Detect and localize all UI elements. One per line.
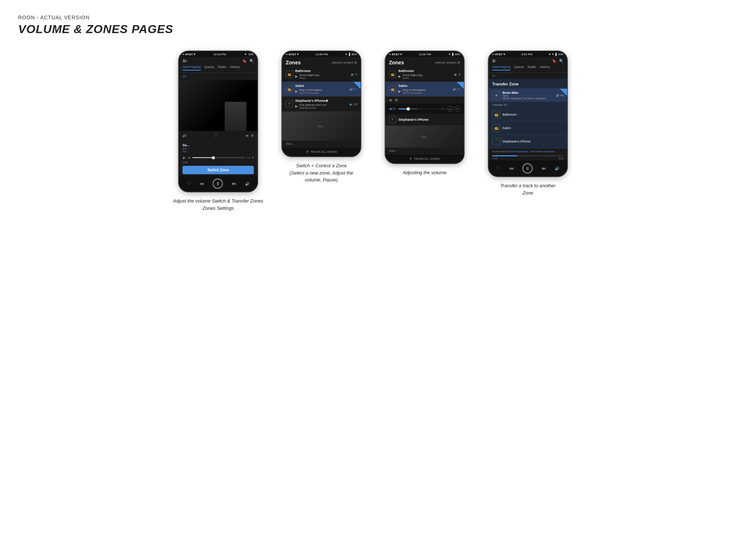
menu-icon-4[interactable]: ☰ <box>492 59 496 63</box>
phone4-carrier: ▪▪ AT&T ▾ <box>492 53 505 56</box>
bathroom-vol[interactable]: 🔈 9 <box>351 73 357 76</box>
tab-radio[interactable]: Radio <box>218 65 226 71</box>
heart-icon-4[interactable]: ♡ <box>497 166 501 171</box>
transfer-popup: Transfer Zone 🖥 Bose iMac Neva Desert Se… <box>489 79 567 148</box>
search-icon[interactable]: 🔍 <box>249 59 254 63</box>
vol-min-btn[interactable]: — <box>246 156 250 160</box>
volume-icon[interactable]: 🔊 <box>245 182 249 186</box>
zone-salon[interactable]: 📻 Salon ▶ King of Intimidation Alanis Mo… <box>282 82 361 97</box>
iphone-vol[interactable]: 🔈 18 <box>349 103 357 106</box>
iphone-play-btn[interactable]: ▶ <box>295 104 298 108</box>
zones-title: Zones <box>286 60 301 65</box>
back-icon-4[interactable]: ‹ <box>496 59 497 63</box>
zones-header-3: Zones GROUP ZONES ⛓ <box>385 57 464 67</box>
bose-name: Bose iMac <box>502 91 554 95</box>
repeat-icon[interactable]: ⟳↑ <box>183 75 187 79</box>
bathroom-info-3: Bathroom ▶ Some Might Say Oasis <box>398 69 452 79</box>
volume-icon-4[interactable]: 🔊 <box>555 167 559 171</box>
phone2-battery: ✦ ▐ 86% <box>345 53 357 56</box>
bathroom-info: Bathroom ▶ Some Might Say Oasis <box>295 69 349 79</box>
vol-increase-btn[interactable]: + <box>454 106 460 112</box>
tab-history[interactable]: History <box>230 65 240 71</box>
pause-button-4[interactable]: ⏸ <box>522 163 533 173</box>
tab-history-4[interactable]: History <box>540 65 550 71</box>
phone1-time: 10:18 PM <box>213 53 226 56</box>
album-art: CASH <box>179 80 257 131</box>
next-icon-4[interactable]: ⏭ <box>542 166 546 171</box>
tab-radio-4[interactable]: Radio <box>528 65 536 71</box>
tab-now-playing-4[interactable]: Now Playing <box>492 65 510 71</box>
album-face-image <box>225 102 246 131</box>
page-header: ROON - ACTUAL VERSION VOLUME & ZONES PAG… <box>18 15 728 36</box>
pause-all-label[interactable]: PAUSE ALL ZONES <box>311 150 337 153</box>
vol-exp-slider[interactable] <box>398 108 418 109</box>
performed-artists[interactable]: Desert Sessions, The Desert Sessions <box>508 150 555 153</box>
vol-plus-btn[interactable]: + <box>252 156 254 160</box>
prev-icon[interactable]: ⏮ <box>200 181 204 186</box>
repeat-icon-4[interactable]: ⟳↑ <box>492 74 497 78</box>
salon-device-icon: 📻 <box>286 85 293 93</box>
dest-iphone[interactable]: 📱 Stephanie's iPhone <box>489 135 567 148</box>
zone-bathroom-3[interactable]: 📻 Bathroom ▶ Some Might Say Oasis 🔈 9 <box>385 67 464 82</box>
bathroom-play-btn[interactable]: ▶ <box>295 75 298 78</box>
iphone-artist: Stephan Eicher <box>299 107 326 109</box>
zones-header: Zones GROUP ZONES ⛓ <box>282 57 361 67</box>
shuffle-icon[interactable]: ⇄ <box>183 133 186 138</box>
transfer-zone-header: Transfer Zone <box>489 79 567 89</box>
dest-bathroom[interactable]: 📻 Bathroom <box>489 108 567 121</box>
group-zones[interactable]: GROUP ZONES ⛓ <box>332 61 357 64</box>
main-label-3: Main... <box>385 148 464 154</box>
bathroom-vol-3[interactable]: 🔈 9 <box>454 73 460 76</box>
bathroom-play-btn-3[interactable]: ▶ <box>398 75 401 78</box>
bathroom-artist: Oasis <box>299 77 319 79</box>
zone-bathroom[interactable]: 📻 Bathroom ▶ Some Might Say Oasis 🔈 9 <box>282 67 361 82</box>
prev-icon-4[interactable]: ⏮ <box>509 166 514 171</box>
settings-icon[interactable]: ⚙ <box>251 134 254 137</box>
transfer-icon[interactable]: ⇆ <box>246 134 249 137</box>
progress-track[interactable] <box>492 155 563 156</box>
more-options-icon[interactable]: ⋮ <box>214 133 218 138</box>
track-info: Sa... Am... Per... <box>179 142 257 154</box>
salon-play-btn[interactable]: ▶ <box>295 89 298 93</box>
phone1-caption: Adjust the volume Switch & Transfer Zone… <box>171 197 265 212</box>
bookmark-icon-4[interactable]: 🔖 <box>552 59 556 63</box>
vol-icon[interactable]: 🔈 <box>183 156 186 159</box>
tab-queue-4[interactable]: Queue <box>514 65 524 71</box>
phone4-caption: Transfer a track to anotherZone <box>500 182 556 196</box>
pause-all-bar-3[interactable]: ⏸ PAUSE ALL ZONES <box>385 154 464 163</box>
salon-play-btn-3[interactable]: ▶ <box>398 89 401 93</box>
zone-salon-3[interactable]: 📻 Salon ▶ King of Intimidation Alanis Mo… <box>385 82 464 97</box>
dest-iphone-name: Stephanie's iPhone <box>502 140 530 143</box>
salon-track: King of Intimidation <box>299 88 322 92</box>
menu-icon[interactable]: ☰ <box>183 59 186 63</box>
zone-iphone-3[interactable]: 📱 Stephanie's iPhone <box>385 114 464 126</box>
tab-now-playing[interactable]: Now Playing <box>183 65 201 71</box>
zone-settings-icon[interactable]: ⚙ <box>395 98 398 102</box>
heart-icon[interactable]: ♡ <box>187 181 191 186</box>
phone2-time: 12:06 PM <box>315 53 328 56</box>
next-icon[interactable]: ⏭ <box>232 181 236 186</box>
bathroom-track-3: Some Might Say <box>402 73 422 77</box>
pause-all-label-3[interactable]: PAUSE ALL ZONES <box>414 157 440 160</box>
bookmark-icon[interactable]: 🔖 <box>242 59 246 63</box>
switch-zone-button[interactable]: Switch Zone <box>183 166 254 174</box>
playback-controls: ⇄ ⋮ ⇆ ⚙ <box>179 131 257 142</box>
pause-button[interactable]: ⏸ <box>213 179 223 189</box>
dest-salon[interactable]: 📻 Salon <box>489 121 567 135</box>
back-icon[interactable]: ‹ <box>186 59 187 63</box>
tab-queue[interactable]: Queue <box>204 65 214 71</box>
track-artist: Am... <box>183 147 254 150</box>
volume-slider[interactable] <box>192 157 245 158</box>
search-icon-4[interactable]: 🔍 <box>559 59 563 63</box>
group-zones-3[interactable]: GROUP ZONES ⛓ <box>435 61 460 64</box>
zone-iphone[interactable]: 📱 Stephanie's iPhone⊕ ▶ Sois patiente av… <box>282 97 361 112</box>
iphone-track: Sois patiente avec moi <box>299 103 326 107</box>
transfer-zone-icon[interactable]: ⇆ <box>389 98 392 102</box>
performed-by-label: Performed by <box>492 150 508 153</box>
vol-decrease-btn[interactable]: — <box>447 106 453 112</box>
phone2-caption: Switch = Control a Zone(Select a new zon… <box>289 162 353 184</box>
volume-expanded: ◀ 51 1 ——————— 100 — + <box>385 104 464 114</box>
pause-all-bar-2[interactable]: ⏸ PAUSE ALL ZONES <box>282 147 361 156</box>
pause-all-icon-3: ⏸ <box>409 157 412 160</box>
salon-track-3: King of Intimidation <box>402 88 426 92</box>
